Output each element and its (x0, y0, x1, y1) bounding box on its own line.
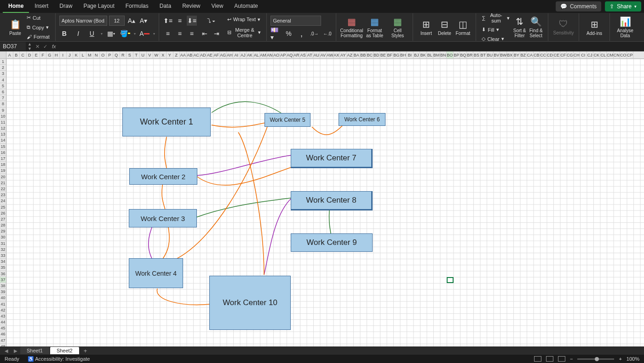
row-header-45[interactable]: 45 (0, 325, 6, 331)
row-header-15[interactable]: 15 (0, 144, 6, 150)
zoom-slider[interactable] (577, 358, 614, 360)
shape-work-center-10[interactable]: Work Center 10 (209, 276, 291, 330)
row-header-24[interactable]: 24 (0, 198, 6, 204)
col-header-AM[interactable]: AM (260, 51, 267, 58)
col-header-AY[interactable]: AY (340, 51, 347, 58)
row-header-27[interactable]: 27 (0, 216, 6, 222)
col-header-X[interactable]: X (160, 51, 167, 58)
col-header-BV[interactable]: BV (494, 51, 500, 58)
row-header-4[interactable]: 4 (0, 77, 6, 83)
col-header-BH[interactable]: BH (400, 51, 407, 58)
insert-cells-button[interactable]: ⊞Insert (417, 14, 435, 40)
shape-work-center-6[interactable]: Work Center 6 (339, 113, 385, 126)
col-header-AH[interactable]: AH (227, 51, 234, 58)
cell-styles-button[interactable]: ▦Cell Styles (386, 14, 409, 40)
row-header-2[interactable]: 2 (0, 65, 6, 71)
row-header-26[interactable]: 26 (0, 210, 6, 216)
row-header-32[interactable]: 32 (0, 247, 6, 253)
row-header-3[interactable]: 3 (0, 71, 6, 77)
col-header-H[interactable]: H (53, 51, 60, 58)
row-header-12[interactable]: 12 (0, 125, 6, 131)
align-bottom-button[interactable]: ⬇≡ (187, 16, 197, 26)
shape-work-center-8[interactable]: Work Center 8 (291, 191, 373, 210)
col-header-AZ[interactable]: AZ (347, 51, 354, 58)
row-header-47[interactable]: 47 (0, 338, 6, 344)
col-header-AT[interactable]: AT (307, 51, 314, 58)
sheet-nav-prev[interactable]: ◀ (2, 348, 11, 353)
font-color-button[interactable]: A (139, 28, 150, 39)
col-header-BI[interactable]: BI (407, 51, 414, 58)
col-header-BJ[interactable]: BJ (414, 51, 420, 58)
row-header-38[interactable]: 38 (0, 283, 6, 289)
tab-automate[interactable]: Automate (229, 0, 263, 13)
row-headers[interactable]: 1234567891011121314151617181920212223242… (0, 59, 6, 346)
col-header-AS[interactable]: AS (300, 51, 307, 58)
sheet-tab-sheet1[interactable]: Sheet1 (20, 347, 49, 354)
decrease-font-icon[interactable]: A▾ (138, 16, 149, 26)
tab-review[interactable]: Review (177, 0, 206, 13)
tab-insert[interactable]: Insert (29, 0, 54, 13)
col-header-D[interactable]: D (27, 51, 34, 58)
col-header-BL[interactable]: BL (427, 51, 434, 58)
row-header-6[interactable]: 6 (0, 89, 6, 95)
col-header-Q[interactable]: Q (113, 51, 120, 58)
font-size-select[interactable] (109, 16, 125, 26)
col-header-AF[interactable]: AF (213, 51, 220, 58)
row-header-10[interactable]: 10 (0, 113, 6, 119)
col-header-U[interactable]: U (140, 51, 147, 58)
format-as-table-button[interactable]: ▦Format as Table (363, 14, 386, 40)
shape-work-center-4[interactable]: Work Center 4 (129, 258, 183, 288)
tab-view[interactable]: View (206, 0, 229, 13)
row-header-21[interactable]: 21 (0, 180, 6, 186)
font-name-select[interactable] (59, 16, 107, 26)
autosum-button[interactable]: ∑Auto-sum ▾ (480, 11, 511, 24)
row-header-40[interactable]: 40 (0, 295, 6, 301)
align-left-button[interactable]: ≡ (163, 28, 173, 39)
col-header-BU[interactable]: BU (487, 51, 494, 58)
shape-work-center-3[interactable]: Work Center 3 (129, 209, 197, 227)
find-select-button[interactable]: 🔍Find & Select (528, 14, 544, 40)
merge-button[interactable]: ⊟Merge & Centre ▾ (225, 26, 263, 39)
col-header-J[interactable]: J (67, 51, 74, 58)
sensitivity-button[interactable]: 🛡Sensitivity (552, 14, 575, 40)
col-header-AJ[interactable]: AJ (240, 51, 247, 58)
col-header-BF[interactable]: BF (387, 51, 394, 58)
col-header-BW[interactable]: BW (500, 51, 507, 58)
col-header-CM[interactable]: CM (607, 51, 614, 58)
col-header-E[interactable]: E (33, 51, 40, 58)
row-header-31[interactable]: 31 (0, 241, 6, 247)
delete-cells-button[interactable]: ⊟Delete (435, 14, 454, 40)
row-header-13[interactable]: 13 (0, 131, 6, 137)
col-header-AU[interactable]: AU (313, 51, 320, 58)
column-headers[interactable]: ABCDEFGHIJKLMNOPQRSTUVWXYZAAABACADAEAFAG… (6, 51, 644, 59)
row-header-23[interactable]: 23 (0, 192, 6, 198)
share-button[interactable]: ⇪ Share ▾ (605, 1, 641, 11)
col-header-K[interactable]: K (73, 51, 80, 58)
shape-work-center-9[interactable]: Work Center 9 (291, 233, 373, 252)
tab-home[interactable]: Home (3, 0, 29, 13)
col-header-CE[interactable]: CE (553, 51, 560, 58)
zoom-level[interactable]: 100% (627, 356, 639, 362)
row-header-44[interactable]: 44 (0, 319, 6, 325)
col-header-BG[interactable]: BG (393, 51, 400, 58)
tab-data[interactable]: Data (154, 0, 177, 13)
col-header-W[interactable]: W (153, 51, 160, 58)
fill-button[interactable]: ⬇Fill ▾ (480, 26, 500, 34)
number-format-select[interactable] (270, 16, 321, 26)
col-header-AN[interactable]: AN (267, 51, 274, 58)
align-top-button[interactable]: ⬆≡ (163, 16, 173, 26)
row-header-37[interactable]: 37 (0, 277, 6, 283)
shape-work-center-7[interactable]: Work Center 7 (291, 149, 373, 168)
col-header-V[interactable]: V (147, 51, 154, 58)
col-header-P[interactable]: P (107, 51, 114, 58)
increase-decimal-button[interactable]: .0→ (309, 28, 319, 39)
worksheet-grid[interactable]: ABCDEFGHIJKLMNOPQRSTUVWXYZAAABACADAEAFAG… (0, 51, 644, 346)
row-header-8[interactable]: 8 (0, 101, 6, 107)
col-header-A[interactable]: A (6, 51, 13, 58)
enter-icon[interactable]: ✓ (41, 44, 49, 50)
tab-page-layout[interactable]: Page Layout (78, 0, 120, 13)
col-header-CJ[interactable]: CJ (587, 51, 594, 58)
col-header-Z[interactable]: Z (173, 51, 180, 58)
underline-button[interactable]: U (87, 28, 97, 39)
col-header-N[interactable]: N (93, 51, 100, 58)
